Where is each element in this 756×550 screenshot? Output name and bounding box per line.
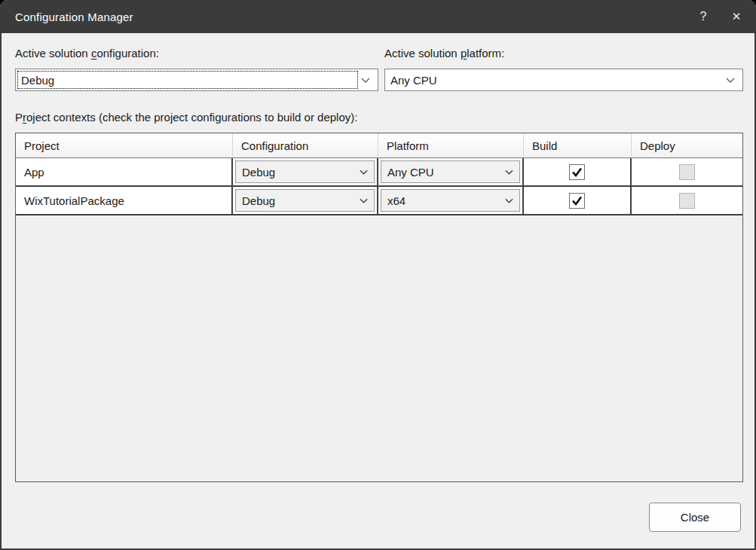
project-name-cell[interactable]: WixTutorialPackage [16, 187, 233, 215]
project-contexts-label: Project contexts (check the project conf… [15, 111, 357, 124]
project-contexts-grid: Project Configuration Platform Build Dep… [15, 133, 743, 482]
chevron-down-icon [360, 198, 368, 203]
platform-select[interactable]: Any CPU [381, 160, 520, 183]
chevron-down-icon [505, 198, 513, 203]
active-solution-configuration-value: Debug [21, 74, 54, 87]
chevron-down-icon [361, 78, 370, 83]
build-checkbox[interactable] [569, 193, 585, 209]
configuration-select[interactable]: Debug [235, 189, 375, 212]
configuration-cell: Debug [233, 187, 378, 215]
chevron-down-icon [360, 170, 368, 175]
titlebar: Configuration Manager ? ✕ [0, 0, 756, 33]
active-solution-configuration-label: Active solution configuration: [15, 47, 159, 60]
build-cell [524, 158, 632, 187]
column-header-project: Project [16, 133, 233, 158]
chevron-down-icon [505, 170, 513, 175]
column-header-build: Build [524, 133, 632, 158]
checkmark-icon [571, 196, 583, 206]
deploy-checkbox [679, 164, 695, 180]
column-header-platform: Platform [378, 133, 524, 158]
active-solution-platform-value: Any CPU [390, 74, 437, 87]
column-header-deploy: Deploy [632, 133, 742, 158]
active-solution-configuration-select[interactable]: Debug [15, 69, 378, 91]
active-solution-platform-select[interactable]: Any CPU [384, 69, 743, 91]
platform-select[interactable]: x64 [381, 189, 520, 212]
build-checkbox[interactable] [569, 164, 585, 180]
chevron-down-icon [726, 78, 735, 83]
checkmark-icon [571, 167, 583, 177]
deploy-checkbox [679, 193, 695, 209]
deploy-cell [632, 158, 742, 187]
active-solution-platform-label: Active solution platform: [384, 47, 504, 60]
configuration-manager-dialog: Configuration Manager ? ✕ Active solutio… [0, 0, 756, 550]
platform-cell: x64 [378, 187, 524, 215]
platform-cell: Any CPU [378, 158, 524, 187]
configuration-select[interactable]: Debug [235, 160, 375, 183]
project-name-cell[interactable]: App [16, 158, 233, 187]
deploy-cell [632, 187, 742, 215]
window-title: Configuration Manager [0, 11, 133, 23]
build-cell [524, 187, 632, 215]
close-button[interactable]: Close [649, 503, 741, 532]
configuration-cell: Debug [233, 158, 378, 187]
help-icon[interactable]: ? [687, 0, 720, 33]
close-icon[interactable]: ✕ [720, 0, 753, 33]
titlebar-buttons: ? ✕ [687, 0, 756, 33]
column-header-configuration: Configuration [233, 133, 378, 158]
